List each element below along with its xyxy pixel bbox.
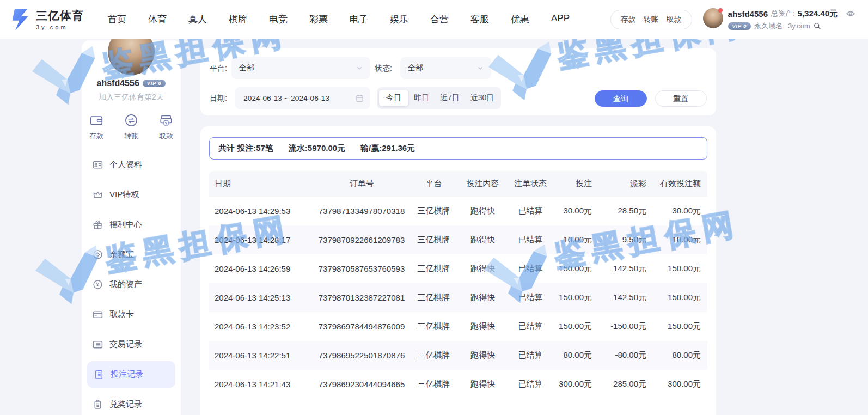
col-payout: 派彩 (593, 171, 647, 197)
cell-payout: 142.50元 (593, 254, 647, 283)
nav-item-board-games[interactable]: 棋牌 (229, 13, 247, 26)
cell-bet: 30.00元 (555, 197, 593, 225)
cell-content: 跑得快 (460, 370, 506, 399)
range-last30[interactable]: 近30日 (465, 90, 500, 106)
nav-item-lottery[interactable]: 彩票 (309, 13, 328, 26)
quick-action-withdraw[interactable]: 取款 (159, 113, 173, 141)
col-bet: 投注 (555, 171, 593, 197)
quick-action-transfer[interactable]: 转账 (124, 113, 138, 141)
domain-label: 永久域名: (754, 21, 785, 31)
sidebar-item-betting-records[interactable]: 投注记录 (87, 361, 175, 388)
nav-item-entertainment[interactable]: 娱乐 (390, 13, 408, 26)
cell-platform: 三亿棋牌 (408, 341, 460, 370)
cell-content: 跑得快 (460, 341, 506, 370)
col-date: 日期 (209, 171, 315, 197)
date-label: 日期: (210, 87, 227, 109)
col-order: 订单号 (315, 171, 408, 197)
nav-item-home[interactable]: 首页 (108, 13, 126, 26)
sidebar: ahsfd4556 VIP 0 加入三亿体育第2天 存款 转账 (82, 40, 181, 415)
cell-payout: 28.50元 (593, 197, 647, 225)
cell-order: 7379869230444094665 (315, 370, 408, 399)
sidebar-item-welfare-center[interactable]: 福利中心 (82, 210, 181, 240)
transfer-icon (124, 113, 138, 127)
eye-icon[interactable] (846, 10, 855, 17)
logo-title: 三亿体育 (36, 8, 84, 23)
nav-item-live-casino[interactable]: 真人 (188, 13, 207, 26)
domain-value: 3y.com (788, 22, 810, 30)
cell-payout: -80.00元 (593, 341, 647, 370)
cell-valid: 80.00元 (647, 341, 707, 370)
quick-action-deposit[interactable]: 存款 (89, 113, 103, 141)
nav-item-cooperation[interactable]: 合营 (430, 13, 449, 26)
range-yesterday[interactable]: 昨日 (408, 90, 435, 106)
cell-platform: 三亿棋牌 (408, 225, 460, 254)
cell-status: 已结算 (506, 225, 555, 254)
sidebar-item-vip-privileges[interactable]: VIP特权 (82, 180, 181, 210)
cell-date: 2024-06-13 14:25:13 (209, 283, 315, 312)
summary-winloss: 输/赢:291.36元 (360, 143, 415, 154)
user-block[interactable]: ahsfd4556 总资产: 5,324.40元 VIP 0 永久域名: 3y.… (703, 8, 855, 31)
reset-button[interactable]: 重置 (655, 90, 707, 107)
platform-label: 平台: (210, 57, 227, 79)
range-today[interactable]: 今日 (379, 90, 408, 106)
chevron-down-icon (356, 65, 363, 71)
sidebar-item-label: 个人资料 (109, 160, 142, 170)
vip-badge: VIP 0 (728, 22, 751, 30)
search-button[interactable]: 查询 (595, 90, 647, 107)
cell-valid: 30.00元 (647, 197, 707, 225)
logo-subtitle: 3y.com (36, 24, 84, 30)
cell-date: 2024-06-13 14:23:52 (209, 312, 315, 341)
cell-payout: 142.50元 (593, 283, 647, 312)
sidebar-item-yuebao[interactable]: 余额宝 (82, 240, 181, 270)
search-icon[interactable] (814, 22, 821, 30)
cell-platform: 三亿棋牌 (408, 197, 460, 225)
cell-content: 跑得快 (460, 225, 506, 254)
sidebar-item-withdrawal-card[interactable]: 取款卡 (82, 300, 181, 329)
sidebar-item-label: 福利中心 (109, 219, 142, 230)
logo[interactable]: 三亿体育 3y.com (10, 8, 84, 32)
nav-item-esports[interactable]: 电竞 (269, 13, 288, 26)
status-select[interactable]: 全部 (400, 57, 491, 79)
withdraw-icon (159, 113, 173, 127)
cell-date: 2024-06-13 14:21:43 (209, 370, 315, 399)
cell-platform: 三亿棋牌 (408, 312, 460, 341)
sidebar-item-label: 兑奖记录 (109, 399, 142, 410)
deposit-link[interactable]: 存款 (621, 15, 636, 25)
col-status: 注单状态 (506, 171, 555, 197)
range-last7[interactable]: 近7日 (435, 90, 465, 106)
sidebar-item-profile[interactable]: 个人资料 (82, 150, 181, 180)
cell-payout: 9.50元 (593, 225, 647, 254)
nav-item-app[interactable]: APP (551, 13, 570, 26)
table-row: 2024-06-13 14:22:51 7379869522501870876 … (209, 341, 707, 370)
cell-valid: 150.00元 (647, 312, 707, 341)
platform-select[interactable]: 全部 (231, 57, 370, 79)
sidebar-item-transaction-records[interactable]: 交易记录 (82, 329, 181, 359)
cell-bet: 80.00元 (555, 341, 593, 370)
table-header-row: 日期 订单号 平台 投注内容 注单状态 投注 派彩 有效投注额 (209, 171, 707, 197)
sidebar-username: ahsfd4556 (97, 78, 139, 88)
summary-bar: 共计 投注:57笔 流水:5970.00元 输/赢:291.36元 (209, 137, 707, 160)
cell-platform: 三亿棋牌 (408, 370, 460, 399)
avatar[interactable] (703, 8, 723, 28)
logo-lightning-icon (10, 8, 32, 32)
quick-range-group: 今日 昨日 近7日 近30日 (377, 87, 501, 109)
sidebar-item-label: 交易记录 (109, 339, 142, 350)
cell-bet: 150.00元 (555, 283, 593, 312)
cell-order: 7379871334978070318 (315, 197, 408, 225)
nav-item-promotions[interactable]: 优惠 (511, 13, 529, 26)
betting-records-card: 共计 投注:57笔 流水:5970.00元 输/赢:291.36元 日期 订单号… (200, 126, 716, 415)
notification-dot (718, 8, 723, 13)
sidebar-item-my-assets[interactable]: 我的资产 (82, 270, 181, 300)
cell-status: 已结算 (506, 283, 555, 312)
nav-item-support[interactable]: 客服 (470, 13, 489, 26)
transfer-link[interactable]: 转账 (644, 15, 659, 25)
nav-item-slots[interactable]: 电子 (350, 13, 368, 26)
date-range-input[interactable]: 2024-06-13 ~ 2024-06-13 (235, 87, 370, 109)
sidebar-item-redemption-records[interactable]: 兑奖记录 (82, 389, 181, 415)
summary-turnover: 流水:5970.00元 (289, 143, 345, 154)
chevron-down-icon (477, 65, 484, 71)
nav-item-sports[interactable]: 体育 (148, 13, 167, 26)
cell-order: 7379870587653760593 (315, 254, 408, 283)
cell-platform: 三亿棋牌 (408, 283, 460, 312)
withdraw-link[interactable]: 取款 (667, 15, 682, 25)
